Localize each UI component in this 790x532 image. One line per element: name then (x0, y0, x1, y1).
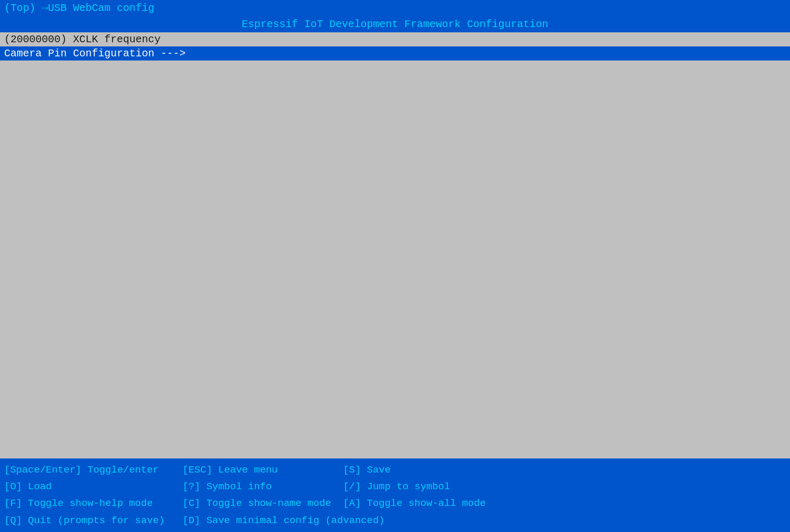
framework-title: Espressif IoT Development Framework Conf… (241, 18, 548, 30)
breadcrumb-bar: (Top) →USB WebCam config (0, 0, 790, 16)
bottom-line-3: [F] Toggle show-help mode [C] Toggle sho… (4, 495, 786, 512)
bottom-line-1: [Space/Enter] Toggle/enter [ESC] Leave m… (4, 462, 786, 478)
bottom-line-4: [Q] Quit (prompts for save) [D] Save min… (4, 512, 786, 529)
menu-item-camera-pin[interactable]: Camera Pin Configuration ---> (0, 46, 790, 61)
title-bar: Espressif IoT Development Framework Conf… (0, 16, 790, 32)
terminal: (Top) →USB WebCam config Espressif IoT D… (0, 0, 790, 532)
breadcrumb-text: (Top) →USB WebCam config (4, 2, 154, 14)
menu-item-xclk[interactable]: (20000000) XCLK frequency (0, 32, 790, 46)
content-area: (20000000) XCLK frequency Camera Pin Con… (0, 32, 790, 458)
bottom-line-2: [O] Load [?] Symbol info [/] Jump to sym… (4, 478, 786, 495)
bottom-bar: [Space/Enter] Toggle/enter [ESC] Leave m… (0, 458, 790, 532)
